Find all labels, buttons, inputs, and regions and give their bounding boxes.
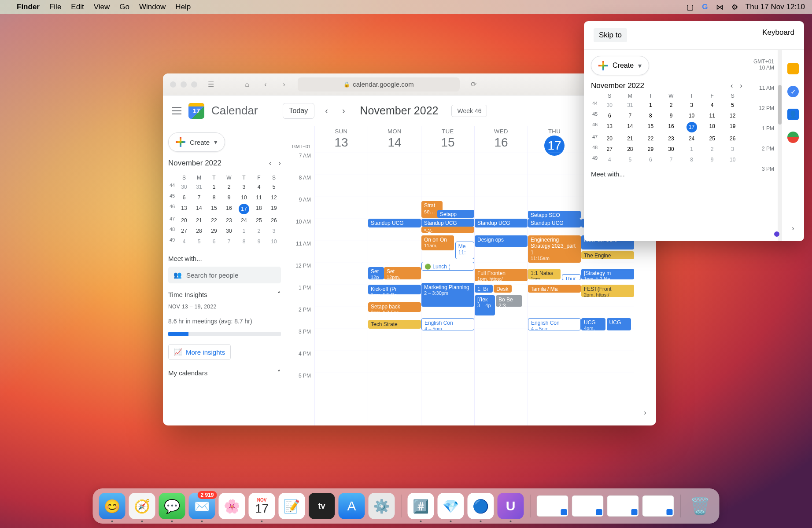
home-icon[interactable]: ⌂	[242, 81, 252, 88]
calendar-event[interactable]: English Con4 – 5pm	[528, 318, 581, 330]
mini-day[interactable]: 26	[267, 216, 281, 225]
calendar-event[interactable]: UCG	[607, 318, 631, 330]
insights-collapse-icon[interactable]: ˄	[277, 290, 281, 298]
maps-icon[interactable]	[787, 132, 799, 143]
mini-day[interactable]: 20	[600, 134, 620, 143]
search-people-input[interactable]: 👥 Search for people	[168, 267, 281, 283]
menu-go[interactable]: Go	[119, 3, 129, 11]
mini-day[interactable]: 13	[177, 204, 191, 214]
mini-day[interactable]: 9	[222, 193, 236, 202]
calendar-event[interactable]: Design ops	[475, 235, 528, 247]
dock-chrome[interactable]: 🔵	[468, 493, 494, 519]
mini-day[interactable]: 11	[702, 111, 722, 120]
mini-day[interactable]: 7	[620, 111, 640, 120]
calendar-event[interactable]: FEST(Front2pm, https:/	[581, 285, 634, 297]
mini-day[interactable]: 14	[620, 122, 640, 132]
mini-day[interactable]: 27	[177, 227, 191, 235]
skip-to-button[interactable]: Skip to	[594, 28, 627, 42]
calendar-event[interactable]: Set12p	[368, 267, 384, 279]
calendar-event[interactable]: *-2-	[421, 227, 474, 233]
calendar-event[interactable]: Marketing Planning2 – 3:30pm	[421, 283, 474, 307]
mini-day[interactable]: 1	[682, 145, 701, 154]
mini-day[interactable]: 6	[207, 237, 221, 246]
mini-day[interactable]: 10	[682, 111, 701, 120]
mini-day[interactable]: 18	[702, 122, 722, 132]
menubar-app-name[interactable]: Finder	[17, 3, 40, 11]
calendar-event[interactable]: [Strategy m1pm, *-2-Ne	[581, 269, 634, 279]
calendar-event[interactable]: Standup UCG	[528, 219, 581, 227]
mini-day[interactable]: 5	[620, 155, 640, 164]
dock-window-thumb-2[interactable]	[572, 495, 604, 517]
mini-day[interactable]: 8	[207, 193, 221, 202]
mini-prev-icon[interactable]: ‹	[269, 159, 272, 168]
dock-photos[interactable]: 🌸	[219, 493, 245, 519]
mini-day[interactable]: 30	[177, 183, 191, 191]
menu-view[interactable]: View	[94, 3, 110, 11]
mini-day[interactable]: 11	[252, 193, 266, 202]
mini-day[interactable]: 20	[177, 216, 191, 225]
contacts-icon[interactable]: 👤	[787, 109, 799, 120]
calendar-event[interactable]: Standup UCG	[421, 219, 474, 227]
mini-day[interactable]: 2	[702, 145, 722, 154]
calendar-event[interactable]: 🟢 Lunch (	[421, 262, 474, 271]
calendar-event[interactable]: Bo Be 2:3	[496, 295, 522, 307]
hamburger-icon[interactable]	[172, 107, 181, 114]
calendar-event[interactable]: Tech Strate	[368, 320, 421, 329]
menu-window[interactable]: Window	[139, 3, 166, 11]
mini-day[interactable]: 3	[723, 145, 742, 154]
mini-day[interactable]: 10	[723, 155, 742, 164]
mini-day[interactable]: 16	[222, 204, 236, 214]
popup-mini-prev-icon[interactable]: ‹	[731, 81, 733, 90]
tasks-icon[interactable]: ✓	[787, 86, 799, 97]
mini-day[interactable]: 4	[600, 155, 620, 164]
mini-day[interactable]: 8	[641, 111, 661, 120]
reload-icon[interactable]: ⟳	[469, 80, 478, 88]
mini-day[interactable]: 5	[723, 101, 742, 110]
mini-next-icon[interactable]: ›	[278, 159, 281, 168]
control-center-icon[interactable]: ⚙	[731, 3, 739, 11]
mini-day[interactable]: 22	[207, 216, 221, 225]
dock-safari[interactable]: 🧭	[129, 493, 155, 519]
day-number[interactable]: 13	[315, 136, 368, 150]
mini-day[interactable]: 30	[661, 145, 681, 154]
mini-day[interactable]: 19	[267, 204, 281, 214]
mini-day[interactable]: 29	[207, 227, 221, 235]
menu-help[interactable]: Help	[175, 3, 191, 11]
mini-day[interactable]: 9	[252, 237, 266, 246]
menu-edit[interactable]: Edit	[71, 3, 84, 11]
keep-icon[interactable]	[787, 63, 799, 74]
mini-day[interactable]: 24	[237, 216, 251, 225]
prev-week-button[interactable]: ‹	[321, 104, 332, 117]
minimize-button[interactable]	[181, 81, 187, 88]
mini-day[interactable]: 6	[600, 111, 620, 120]
dock-messages[interactable]: 💬	[159, 493, 185, 519]
mini-day[interactable]: 24	[682, 134, 701, 143]
calendar-event[interactable]: [Лек3 – 4p	[475, 295, 495, 315]
calendar-event[interactable]: Setapp	[437, 210, 474, 218]
mini-day[interactable]: 21	[620, 134, 640, 143]
mini-day[interactable]: 1	[237, 227, 251, 235]
mini-day[interactable]: 8	[682, 155, 701, 164]
dock-trash[interactable]: 🗑️	[687, 493, 713, 519]
create-button[interactable]: Create ▾	[168, 132, 225, 152]
calendar-event[interactable]: Full Fronten1pm, https:/	[475, 269, 528, 281]
mini-day[interactable]: 17	[239, 204, 249, 214]
mini-day[interactable]: 23	[222, 216, 236, 225]
mini-day[interactable]: 6	[641, 155, 661, 164]
bowtie-icon[interactable]: ⋈	[716, 3, 724, 11]
dock-calendar[interactable]: NOV 17	[249, 493, 275, 519]
mini-day[interactable]: 30	[600, 101, 620, 110]
menu-file[interactable]: File	[49, 3, 61, 11]
google-menubar-icon[interactable]: G	[701, 3, 709, 11]
mini-day[interactable]: 2	[222, 183, 236, 191]
calendar-event[interactable]: UCG4pm,	[581, 318, 605, 330]
mini-day[interactable]: 12	[723, 111, 742, 120]
dock-app-u[interactable]: U	[498, 493, 524, 519]
mini-day[interactable]: 15	[641, 122, 661, 132]
next-week-button[interactable]: ›	[339, 104, 349, 117]
mini-day[interactable]: 13	[600, 122, 620, 132]
mycal-collapse-icon[interactable]: ˄	[277, 369, 281, 377]
popup-mini-next-icon[interactable]: ›	[740, 81, 742, 90]
dock-window-thumb-4[interactable]	[642, 495, 674, 517]
mini-day[interactable]: 3	[682, 101, 701, 110]
